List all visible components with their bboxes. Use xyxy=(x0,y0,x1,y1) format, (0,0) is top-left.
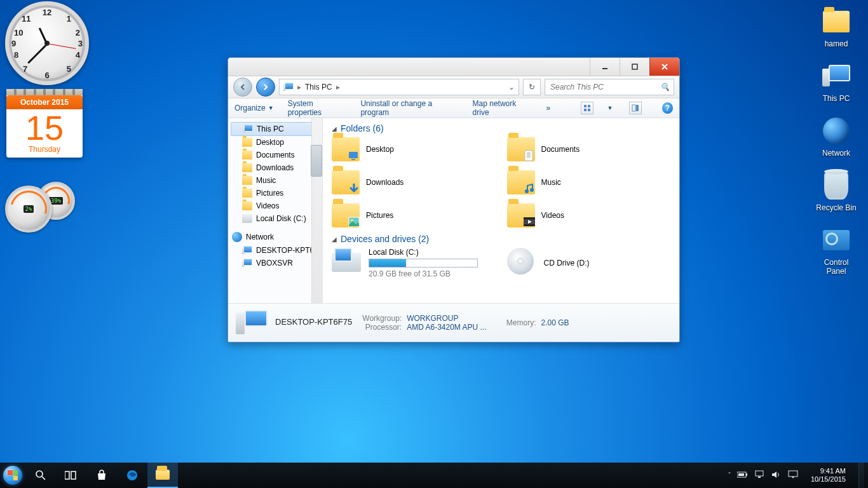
documents-overlay-icon xyxy=(522,149,536,163)
explorer-window: ▸ This PC ▸ ⌄ ↻ 🔍 Organize ▼ System prop… xyxy=(227,57,680,342)
search-input[interactable] xyxy=(549,82,656,92)
breadcrumb-sep-icon: ▸ xyxy=(296,83,302,92)
svg-rect-32 xyxy=(789,471,797,477)
group-folders-header[interactable]: ◢Folders (6) xyxy=(332,123,670,133)
address-bar[interactable]: ▸ This PC ▸ ⌄ xyxy=(279,79,519,95)
close-button[interactable] xyxy=(649,58,679,76)
drive-local-disk-c[interactable]: Local Disk (C:) 20.9 GB free of 31.5 GB xyxy=(332,248,496,278)
nav-host-desktop[interactable]: DESKTOP-KPT6F xyxy=(228,244,322,257)
calendar-gadget[interactable]: October 2015 15 Thursday xyxy=(6,89,83,158)
svg-rect-10 xyxy=(525,151,532,161)
taskbar: ˆ 9:41 AM 10/15/2015 xyxy=(0,463,868,488)
svg-rect-6 xyxy=(632,105,635,111)
svg-point-14 xyxy=(525,189,529,193)
downloads-overlay-icon xyxy=(347,182,361,196)
svg-rect-25 xyxy=(71,471,76,479)
desktop-overlay-icon xyxy=(347,149,361,163)
details-pane: DESKTOP-KPT6F75 Workgroup:WORKGROUP Proc… xyxy=(228,303,679,342)
svg-rect-3 xyxy=(588,105,590,107)
svg-rect-1 xyxy=(632,64,637,69)
music-overlay-icon xyxy=(522,182,536,196)
desktop-icon-this-pc[interactable]: This PC xyxy=(812,61,860,103)
toolbar-organize[interactable]: Organize ▼ xyxy=(234,104,274,112)
videos-overlay-icon xyxy=(522,215,536,229)
nav-scrollbar-thumb[interactable] xyxy=(311,145,322,177)
nav-back-button[interactable] xyxy=(233,78,252,97)
nav-this-pc[interactable]: This PC xyxy=(231,122,320,136)
svg-rect-8 xyxy=(349,152,358,158)
nav-documents[interactable]: Documents xyxy=(228,149,322,161)
calendar-day: 15 xyxy=(6,109,83,145)
svg-rect-24 xyxy=(65,471,69,479)
nav-pictures[interactable]: Pictures xyxy=(228,187,322,200)
taskbar-explorer-button[interactable] xyxy=(147,463,178,488)
nav-videos[interactable]: Videos xyxy=(228,200,322,212)
taskbar-clock[interactable]: 9:41 AM 10/15/2015 xyxy=(806,467,851,484)
preview-pane-button[interactable] xyxy=(629,102,641,114)
group-devices-header[interactable]: ◢Devices and drives (2) xyxy=(332,234,670,244)
maximize-button[interactable] xyxy=(620,58,649,76)
pictures-overlay-icon xyxy=(347,215,361,229)
folder-downloads[interactable]: Downloads xyxy=(332,170,496,194)
clock-gadget[interactable]: 12 1 2 3 4 5 6 7 8 9 10 11 xyxy=(5,1,81,78)
taskbar-edge-button[interactable] xyxy=(117,463,147,488)
drive-cd-d[interactable]: CD Drive (D:) xyxy=(507,248,671,278)
svg-rect-7 xyxy=(636,105,639,111)
nav-forward-button[interactable] xyxy=(256,78,275,97)
folder-desktop[interactable]: Desktop xyxy=(332,137,496,161)
navigation-pane: This PC Desktop Documents Downloads Musi… xyxy=(228,118,323,303)
folder-documents[interactable]: Documents xyxy=(507,137,671,161)
computer-icon xyxy=(283,83,294,92)
nav-network[interactable]: Network xyxy=(228,230,322,244)
taskbar-search-button[interactable] xyxy=(25,463,56,488)
svg-point-17 xyxy=(351,219,353,222)
toolbar-uninstall-program[interactable]: Uninstall or change a program xyxy=(360,99,458,117)
calendar-dow: Thursday xyxy=(6,145,83,158)
tray-overflow-icon[interactable]: ˆ xyxy=(728,471,731,479)
show-desktop-button[interactable] xyxy=(858,463,864,488)
nav-host-vboxsvr[interactable]: VBOXSVR xyxy=(228,257,322,269)
svg-line-23 xyxy=(42,477,45,480)
view-mode-button[interactable] xyxy=(581,102,593,114)
minimize-button[interactable] xyxy=(590,58,620,76)
search-box[interactable]: 🔍 xyxy=(545,79,674,95)
disk-usage-bar xyxy=(369,259,478,268)
toolbar-map-network-drive[interactable]: Map network drive xyxy=(473,99,532,117)
start-button[interactable] xyxy=(0,463,25,488)
svg-rect-31 xyxy=(758,477,761,478)
content-pane: ◢Folders (6) Desktop Documents Downloads… xyxy=(323,118,679,303)
desktop-icon-control-panel[interactable]: Control Panel xyxy=(812,225,860,276)
calendar-month: October 2015 xyxy=(6,95,83,109)
desktop-icon-network[interactable]: Network xyxy=(812,116,860,158)
svg-point-22 xyxy=(36,471,43,477)
folder-music[interactable]: Music xyxy=(507,170,671,194)
desktop-icon-recycle-bin[interactable]: Recycle Bin xyxy=(812,170,860,212)
tray-volume-icon[interactable] xyxy=(771,470,782,480)
svg-rect-9 xyxy=(351,159,355,160)
taskbar-store-button[interactable] xyxy=(86,463,117,488)
tray-battery-icon[interactable] xyxy=(737,471,749,480)
breadcrumb-this-pc[interactable]: This PC xyxy=(305,83,332,92)
breadcrumb-sep-icon: ▸ xyxy=(335,83,341,92)
address-dropdown-icon[interactable]: ⌄ xyxy=(508,83,515,92)
nav-desktop[interactable]: Desktop xyxy=(228,136,322,149)
computer-name: DESKTOP-KPT6F75 xyxy=(275,317,352,327)
nav-downloads[interactable]: Downloads xyxy=(228,161,322,174)
nav-local-disk-c[interactable]: Local Disk (C:) xyxy=(228,212,322,225)
view-mode-dropdown[interactable]: ▼ xyxy=(607,105,613,111)
folder-pictures[interactable]: Pictures xyxy=(332,203,496,227)
taskbar-taskview-button[interactable] xyxy=(56,463,86,488)
tray-action-center-icon[interactable] xyxy=(788,470,798,480)
help-button[interactable]: ? xyxy=(662,102,673,114)
refresh-button[interactable]: ↻ xyxy=(523,79,541,95)
svg-rect-29 xyxy=(738,473,744,476)
nav-music[interactable]: Music xyxy=(228,174,322,187)
folder-videos[interactable]: Videos xyxy=(507,203,671,227)
cpu-meter-gadget[interactable]: 39% 2% xyxy=(5,182,75,233)
svg-rect-20 xyxy=(524,224,535,226)
toolbar-system-properties[interactable]: System properties xyxy=(288,99,347,117)
toolbar-overflow[interactable]: » xyxy=(546,104,551,112)
search-icon: 🔍 xyxy=(660,83,670,92)
tray-network-icon[interactable] xyxy=(755,470,765,480)
desktop-icon-hamed[interactable]: hamed xyxy=(812,6,860,48)
